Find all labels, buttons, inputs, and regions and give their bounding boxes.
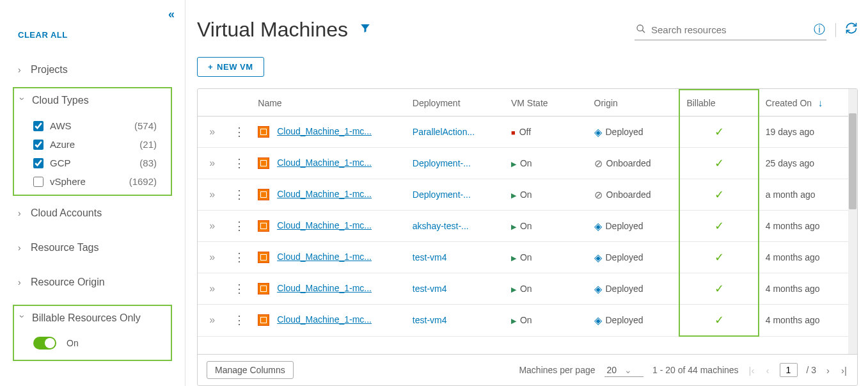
expand-row-button[interactable]: » <box>198 179 226 211</box>
expand-row-button[interactable]: » <box>198 117 226 148</box>
origin: ◈Deployed <box>594 252 673 264</box>
vm-name-link[interactable]: Cloud_Machine_1-mc... <box>277 189 372 199</box>
filter-billable-only[interactable]: › Billable Resources Only <box>14 306 171 330</box>
deployed-icon: ◈ <box>594 314 602 326</box>
filter-label: Cloud Accounts <box>31 207 102 219</box>
filter-option-label: Azure <box>50 139 75 150</box>
filter-icon[interactable] <box>359 22 371 37</box>
filter-projects[interactable]: › Projects <box>0 58 185 82</box>
next-page-button[interactable]: › <box>825 365 831 376</box>
divider <box>835 23 836 37</box>
table-row: » ⋮ Cloud_Machine_1-mc... test-vm4 On ◈D… <box>198 305 857 337</box>
filter-checkbox[interactable] <box>33 140 43 150</box>
row-menu-button[interactable]: ⋮ <box>226 179 251 211</box>
check-icon: ✓ <box>714 282 724 295</box>
deployment-link[interactable]: test-vm4 <box>406 273 505 305</box>
info-icon[interactable]: ⓘ <box>814 22 825 37</box>
vm-icon <box>258 189 269 200</box>
row-menu-button[interactable]: ⋮ <box>226 117 251 148</box>
col-origin[interactable]: Origin <box>588 90 680 117</box>
col-state[interactable]: VM State <box>505 90 588 117</box>
created-on: 4 months ago <box>759 273 857 305</box>
filter-count: (83) <box>139 157 157 168</box>
filter-checkbox[interactable] <box>33 158 43 168</box>
table-row: » ⋮ Cloud_Machine_1-mc... Deployment-...… <box>198 148 857 179</box>
vm-name-link[interactable]: Cloud_Machine_1-mc... <box>277 126 372 136</box>
row-menu-button[interactable]: ⋮ <box>226 273 251 305</box>
svg-line-1 <box>642 30 645 33</box>
deployment-link[interactable]: test-vm4 <box>406 305 505 337</box>
filter-checkbox[interactable] <box>33 121 43 131</box>
filter-option[interactable]: vSphere (1692) <box>33 172 171 191</box>
clear-all-button[interactable]: CLEAR ALL <box>0 21 185 52</box>
col-billable[interactable]: Billable <box>679 90 758 117</box>
expand-row-button[interactable]: » <box>198 273 226 305</box>
page-input[interactable] <box>780 363 798 377</box>
new-vm-button[interactable]: + NEW VM <box>197 57 264 77</box>
filter-checkbox[interactable] <box>33 177 43 187</box>
row-menu-button[interactable]: ⋮ <box>226 211 251 242</box>
vm-state: On <box>511 189 532 200</box>
filter-cloud-types[interactable]: › Cloud Types <box>14 88 171 113</box>
expand-row-button[interactable]: » <box>198 242 226 273</box>
filter-option[interactable]: GCP (83) <box>33 154 171 172</box>
vm-name-link[interactable]: Cloud_Machine_1-mc... <box>277 314 372 325</box>
deployment-link[interactable]: Deployment-... <box>406 148 505 179</box>
filter-count: (1692) <box>129 176 157 187</box>
vm-name-link[interactable]: Cloud_Machine_1-mc... <box>277 157 372 168</box>
first-page-button[interactable]: |‹ <box>748 365 756 376</box>
deployment-link[interactable]: Deployment-... <box>406 179 505 211</box>
filter-option-label: AWS <box>50 120 72 131</box>
last-page-button[interactable]: ›| <box>840 365 848 376</box>
expand-row-button[interactable]: » <box>198 148 226 179</box>
check-icon: ✓ <box>714 220 724 232</box>
scrollbar-thumb[interactable] <box>849 113 856 209</box>
filter-resource-origin[interactable]: › Resource Origin <box>0 270 185 294</box>
col-name[interactable]: Name <box>251 90 406 117</box>
filter-option[interactable]: Azure (21) <box>33 135 171 154</box>
deployment-link[interactable]: ParallelAction... <box>406 117 505 148</box>
filter-resource-tags[interactable]: › Resource Tags <box>0 236 185 260</box>
per-page-select[interactable]: 20 ⌄ <box>604 364 643 377</box>
row-menu-button[interactable]: ⋮ <box>226 305 251 337</box>
onboarded-icon: ⊘ <box>594 189 603 201</box>
origin: ◈Deployed <box>594 126 673 138</box>
search-box[interactable]: ⓘ <box>635 19 826 40</box>
vm-name-link[interactable]: Cloud_Machine_1-mc... <box>277 283 372 293</box>
chevron-right-icon: › <box>18 243 24 253</box>
origin: ⊘Onboarded <box>594 189 673 201</box>
vm-name-link[interactable]: Cloud_Machine_1-mc... <box>277 220 372 230</box>
col-deployment[interactable]: Deployment <box>406 90 505 117</box>
expand-row-button[interactable]: » <box>198 305 226 337</box>
origin: ⊘Onboarded <box>594 157 673 170</box>
scrollbar[interactable] <box>848 89 857 354</box>
search-input[interactable] <box>651 24 814 35</box>
filter-cloud-accounts[interactable]: › Cloud Accounts <box>0 201 185 225</box>
billable-highlight: › Billable Resources Only On <box>13 305 172 361</box>
page-title: Virtual Machines <box>197 18 348 42</box>
onboarded-icon: ⊘ <box>594 157 603 170</box>
vm-state: On <box>511 221 532 231</box>
col-created[interactable]: Created On ↓ <box>759 90 857 117</box>
manage-columns-button[interactable]: Manage Columns <box>207 361 294 379</box>
row-menu-button[interactable]: ⋮ <box>226 242 251 273</box>
prev-page-button[interactable]: ‹ <box>765 365 771 376</box>
expand-row-button[interactable]: » <box>198 211 226 242</box>
billable-toggle[interactable] <box>33 337 56 350</box>
table-row: » ⋮ Cloud_Machine_1-mc... ParallelAction… <box>198 117 857 148</box>
svg-point-0 <box>637 25 643 31</box>
deployment-link[interactable]: test-vm4 <box>406 242 505 273</box>
deployment-link[interactable]: akshay-test-... <box>406 211 505 242</box>
vm-icon <box>258 220 269 232</box>
new-vm-label: NEW VM <box>217 62 253 72</box>
filter-option[interactable]: AWS (574) <box>33 117 171 135</box>
vm-table-container: Name Deployment VM State Origin Billable… <box>197 88 858 386</box>
refresh-icon[interactable] <box>845 22 858 38</box>
row-menu-button[interactable]: ⋮ <box>226 148 251 179</box>
collapse-sidebar-icon[interactable]: « <box>168 8 175 21</box>
chevron-right-icon: › <box>18 277 24 287</box>
created-on: 4 months ago <box>759 242 857 273</box>
table-row: » ⋮ Cloud_Machine_1-mc... akshay-test-..… <box>198 211 857 242</box>
vm-state: On <box>511 158 532 168</box>
vm-name-link[interactable]: Cloud_Machine_1-mc... <box>277 252 372 262</box>
